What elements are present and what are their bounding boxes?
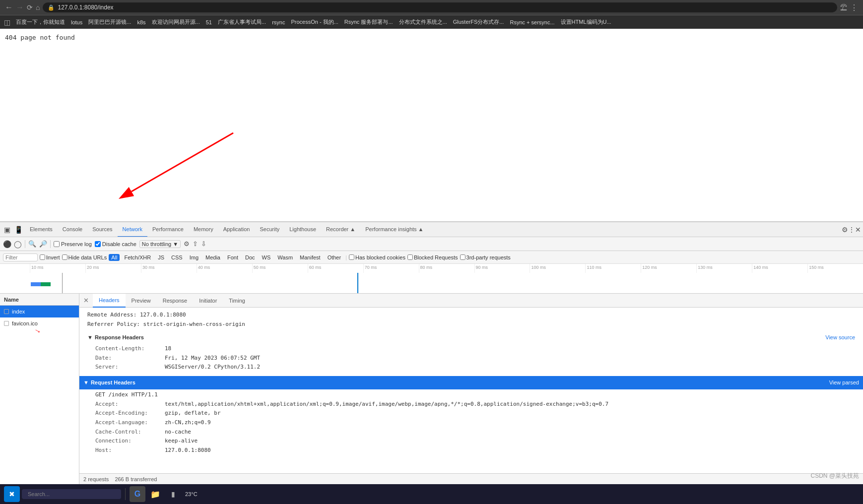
filter-wasm[interactable]: Wasm [275, 254, 295, 261]
menu-btn[interactable]: ⋮ [850, 3, 858, 12]
bookmark-apps-icon[interactable]: ◫ [4, 18, 10, 26]
bookmark-netease[interactable]: 欢迎访问网易开源... [149, 17, 202, 27]
extensions-btn[interactable]: ⛱ [840, 3, 847, 11]
detail-tab-preview[interactable]: Preview [126, 294, 157, 308]
filter-css[interactable]: CSS [169, 254, 185, 261]
bookmark-k8s[interactable]: k8s [134, 18, 148, 26]
blocked-requests-label[interactable]: Blocked Requests [407, 254, 458, 260]
devtools-icon-inspect[interactable]: ▣ [2, 226, 12, 234]
preserve-log-checkbox[interactable] [54, 241, 60, 247]
tab-sources[interactable]: Sources [87, 222, 117, 237]
blocked-requests-checkbox[interactable] [407, 254, 413, 260]
tab-console[interactable]: Console [58, 222, 87, 237]
tab-network[interactable]: Network [118, 222, 147, 237]
home-btn[interactable]: ⌂ [36, 3, 40, 11]
timeline-cursor-line [62, 273, 63, 294]
request-header-accept-encoding: Accept-Encoding: gzip, deflate, br [87, 409, 855, 418]
tab-performance-insights[interactable]: Performance insights ▲ [360, 222, 428, 237]
filter-icon[interactable]: 🔍 [28, 240, 36, 248]
timeline-marker-80ms: 80 ms [419, 264, 474, 273]
taskbar-chrome[interactable]: G [130, 486, 145, 502]
tab-application[interactable]: Application [218, 222, 255, 237]
preserve-log-label[interactable]: Preserve log [54, 241, 92, 247]
bookmark-html[interactable]: 设置HTML编码为U... [558, 17, 614, 27]
file-item-index[interactable]: index [0, 306, 79, 317]
bookmark-gluster[interactable]: GlusterFS分布式存... [451, 17, 507, 27]
request-headers-header[interactable]: ▼Request Headers View parsed [79, 376, 863, 389]
detail-close-btn[interactable]: ✕ [79, 295, 93, 306]
bookmark-rsync2[interactable]: Rsync 服务部署与... [342, 17, 396, 27]
back-btn[interactable]: ← [5, 3, 13, 12]
tab-security[interactable]: Security [255, 222, 284, 237]
detail-tab-initiator[interactable]: Initiator [193, 294, 223, 308]
timeline-marker-70ms: 70 ms [363, 264, 419, 273]
invert-checkbox[interactable] [40, 254, 45, 260]
record-btn[interactable]: ⚫ [3, 240, 11, 248]
third-party-checkbox[interactable] [460, 254, 465, 260]
disable-cache-checkbox[interactable] [95, 241, 101, 247]
response-header-content-length: Content-Length: 18 [87, 344, 855, 354]
devtools-settings-icon[interactable]: ⚙ [842, 226, 848, 234]
devtools-more-icon[interactable]: ⋮ [848, 226, 855, 234]
file-list-panel: Name index favicon.ico → [0, 294, 79, 484]
reload-btn[interactable]: ⟳ [27, 3, 33, 11]
tab-lighthouse[interactable]: Lighthouse [284, 222, 321, 237]
devtools-icon-device[interactable]: 📱 [12, 226, 25, 234]
bookmark-baidu[interactable]: 百度一下，你就知道 [13, 17, 67, 27]
taskbar-start[interactable]: ✖ [4, 486, 20, 502]
bookmark-rsync3[interactable]: Rsync + sersync... [507, 18, 557, 26]
view-source-btn[interactable]: View source [825, 333, 855, 342]
has-blocked-cookies-label[interactable]: Has blocked cookies [349, 254, 405, 260]
bookmark-lotus[interactable]: lotus [68, 18, 85, 26]
filter-media[interactable]: Media [203, 254, 223, 261]
tab-performance[interactable]: Performance [147, 222, 189, 237]
bookmark-guangdong[interactable]: 广东省人事考试局... [215, 17, 268, 27]
tab-memory[interactable]: Memory [189, 222, 218, 237]
url-field[interactable]: 🔒 127.0.0.1:8080/index [43, 2, 837, 12]
invert-label[interactable]: Invert [40, 254, 60, 260]
hide-data-urls-checkbox[interactable] [62, 254, 67, 260]
taskbar-terminal[interactable]: ▮ [165, 486, 181, 502]
bookmark-alibaba[interactable]: 阿里巴巴开源镜... [86, 17, 133, 27]
taskbar-search[interactable]: Search... [22, 489, 121, 499]
network-conditions-icon[interactable]: ⚙ [184, 240, 190, 248]
has-blocked-cookies-checkbox[interactable] [349, 254, 354, 260]
filter-js[interactable]: JS [155, 254, 167, 261]
bookmark-51[interactable]: 51 [203, 18, 214, 26]
detail-tab-response[interactable]: Response [157, 294, 194, 308]
bookmark-distributed[interactable]: 分布式文件系统之... [397, 17, 450, 27]
detail-tab-timing[interactable]: Timing [223, 294, 251, 308]
detail-tab-headers[interactable]: Headers [93, 294, 126, 308]
tab-recorder[interactable]: Recorder ▲ [321, 222, 360, 237]
response-headers-header: ▼Response Headers View source [87, 333, 855, 342]
taskbar-explorer[interactable]: 📁 [147, 486, 163, 502]
disable-cache-label[interactable]: Disable cache [95, 241, 136, 247]
filter-other[interactable]: Other [325, 254, 344, 261]
bookmark-processon[interactable]: ProcessOn - 我的... [288, 17, 340, 27]
hide-data-urls-label[interactable]: Hide data URLs [62, 254, 107, 260]
filter-doc[interactable]: Doc [243, 254, 258, 261]
search-icon[interactable]: 🔎 [39, 240, 47, 248]
filter-fetch-xhr[interactable]: Fetch/XHR [122, 254, 153, 261]
bookmark-rsync[interactable]: rsync [269, 18, 287, 26]
filter-font[interactable]: Font [225, 254, 241, 261]
forward-btn[interactable]: → [16, 3, 24, 12]
timeline-marker-90ms: 90 ms [474, 264, 530, 273]
filter-img[interactable]: Img [187, 254, 201, 261]
filter-ws[interactable]: WS [260, 254, 273, 261]
header-key-server: Server: [95, 363, 165, 372]
export-icon[interactable]: ⇩ [201, 240, 206, 248]
address-bar: ← → ⟳ ⌂ 🔒 127.0.0.1:8080/index ⛱ ⋮ [0, 0, 863, 15]
import-icon[interactable]: ⇧ [193, 240, 198, 248]
third-party-label[interactable]: 3rd-party requests [460, 254, 511, 260]
view-parsed-btn[interactable]: View parsed [829, 378, 859, 387]
devtools-close-icon[interactable]: ✕ [855, 226, 861, 234]
filter-all[interactable]: All [109, 254, 120, 261]
clear-btn[interactable]: ◯ [14, 240, 22, 248]
general-remote-address: Remote Address: 127.0.0.1:8080 [87, 311, 855, 320]
filter-manifest[interactable]: Manifest [297, 254, 323, 261]
filter-input[interactable] [3, 253, 38, 261]
lock-icon: 🔒 [48, 4, 55, 11]
tab-elements[interactable]: Elements [25, 222, 58, 237]
throttle-dropdown[interactable]: No throttling ▼ [139, 240, 181, 248]
